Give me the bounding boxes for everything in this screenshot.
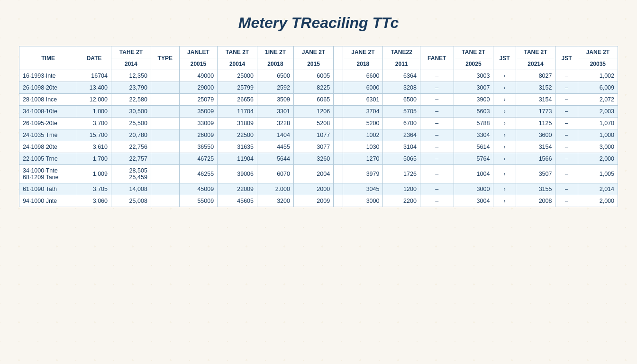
table-cell (334, 183, 343, 195)
col-type: TYPE (151, 46, 179, 70)
col-jane1-top: JANE 2T (293, 46, 333, 58)
table-cell: – (420, 94, 454, 106)
table-cell: 94·1000 Jnte (19, 195, 77, 207)
table-cell: 8027 (516, 70, 555, 82)
col-time: TIME (19, 46, 77, 70)
table-cell: 2.000 (257, 183, 294, 195)
table-cell (151, 165, 179, 183)
table-cell: 30,500 (111, 106, 151, 118)
table-cell: – (420, 165, 454, 183)
table-cell: – (555, 94, 578, 106)
table-cell: 3600 (516, 129, 555, 141)
table-cell (334, 195, 343, 207)
col-blank (334, 46, 343, 70)
table-cell: 1,070 (578, 118, 618, 129)
table-cell (334, 70, 343, 82)
table-cell: 5644 (257, 153, 294, 165)
col-tahe-top: TAHE 2T (111, 46, 151, 58)
table-cell (151, 195, 179, 207)
table-cell: 22·1005 Trne (19, 153, 77, 165)
col-jane2-top: JANE 2T (343, 46, 383, 58)
col-fanet: FANET (420, 46, 454, 70)
table-cell: 16·1993·Inte (19, 70, 77, 82)
table-cell: 34·1008·10te (19, 106, 77, 118)
table-cell: › (493, 70, 516, 82)
table-cell (334, 141, 343, 153)
table-cell: – (420, 183, 454, 195)
table-cell: 28,50525,459 (111, 165, 151, 183)
table-cell (151, 70, 179, 82)
table-cell: – (555, 141, 578, 153)
table-cell: 2200 (383, 195, 420, 207)
table-row: 24·1098 20te3,61022,75636550316354455307… (19, 141, 618, 153)
col-jane1-bot: 2015 (293, 58, 333, 70)
col-jane3-top: JANE 2T (578, 46, 618, 58)
table-cell: 2,003 (578, 106, 618, 118)
table-cell: 33009 (179, 118, 218, 129)
table-cell: 6070 (257, 165, 294, 183)
table-cell: 6600 (343, 70, 383, 82)
col-jst1: JST (493, 46, 516, 70)
table-cell: 1,700 (77, 153, 111, 165)
table-cell: 3979 (343, 165, 383, 183)
table-cell: 14,008 (111, 183, 151, 195)
table-cell: 55009 (179, 195, 218, 207)
table-cell (151, 82, 179, 94)
table-cell: 5208 (293, 118, 333, 129)
table-cell: 22,580 (111, 94, 151, 106)
col-date: DATE (77, 46, 111, 70)
table-cell: 1004 (454, 165, 493, 183)
table-cell: 45605 (218, 195, 257, 207)
col-line-top: 1INE 2T (257, 46, 294, 58)
col-line-bot: 20018 (257, 58, 294, 70)
table-cell: 3154 (516, 141, 555, 153)
table-row: 28·1008 Ince12,00022,5802507926656350960… (19, 94, 618, 106)
table-cell: 6065 (293, 94, 333, 106)
table-cell: 11904 (218, 153, 257, 165)
table-cell: 22,757 (111, 153, 151, 165)
table-cell: 3200 (257, 195, 294, 207)
table-cell: 1,000 (578, 129, 618, 141)
table-cell: 3.705 (77, 183, 111, 195)
table-cell: 61·1090 Tath (19, 183, 77, 195)
table-cell (151, 183, 179, 195)
table-wrapper: TIME DATE TAHE 2T TYPE JANLET TANE 2T 1I… (19, 46, 618, 207)
table-row: 34·1000·Tnte68·1209 Tane1,00928,50525,45… (19, 165, 618, 183)
table-cell: – (420, 141, 454, 153)
table-row: 26·1098·20te13,40023,7902900025799259282… (19, 82, 618, 94)
table-cell: – (555, 70, 578, 82)
table-cell: › (493, 94, 516, 106)
table-cell: 6500 (257, 70, 294, 82)
table-cell: – (420, 129, 454, 141)
table-cell: 35009 (179, 106, 218, 118)
page-title: Metery TReaciling TTc (19, 14, 618, 32)
table-cell: › (493, 129, 516, 141)
table-cell: 1030 (343, 141, 383, 153)
col-tane3-top: TANE 2T (516, 46, 555, 58)
table-cell: 3000 (343, 195, 383, 207)
table-cell: 1,009 (77, 165, 111, 183)
table-cell: 6500 (383, 94, 420, 106)
table-cell: 15,700 (77, 129, 111, 141)
table-cell: – (555, 195, 578, 207)
table-cell: – (555, 165, 578, 183)
table-cell: 6005 (293, 70, 333, 82)
table-cell: 31635 (218, 141, 257, 153)
table-cell: 1077 (293, 129, 333, 141)
table-cell: 1566 (516, 153, 555, 165)
table-cell: 1,005 (578, 165, 618, 183)
table-cell: 6000 (343, 82, 383, 94)
table-row: 24·1035 Tme15,70020,78026009225001404107… (19, 129, 618, 141)
table-cell: 3208 (383, 82, 420, 94)
table-cell: 16704 (77, 70, 111, 82)
table-row: 26·1095·20te3,70025,50033009318093228520… (19, 118, 618, 129)
table-cell (334, 165, 343, 183)
col-tane1-bot: 20014 (218, 58, 257, 70)
table-cell: 36550 (179, 141, 218, 153)
table-cell: 3077 (293, 141, 333, 153)
table-cell: › (493, 183, 516, 195)
table-cell: 6,009 (578, 82, 618, 94)
table-cell: 5603 (454, 106, 493, 118)
table-cell (334, 106, 343, 118)
table-cell: – (555, 82, 578, 94)
